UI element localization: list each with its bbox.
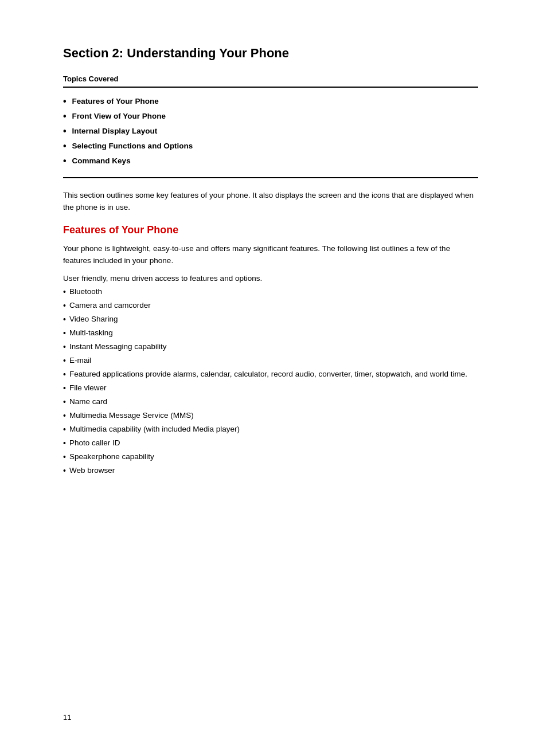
features-list: BluetoothCamera and camcorderVideo Shari… [63,286,478,477]
topics-list-item: Front View of Your Phone [63,112,478,121]
features-list-item: Bluetooth [63,286,478,298]
features-list-item: Featured applications provide alarms, ca… [63,369,478,381]
features-intro-2: User friendly, menu driven access to fea… [63,274,478,283]
section-title: Section 2: Understanding Your Phone [63,46,478,61]
features-list-item: Video Sharing [63,314,478,326]
features-list-item: Camera and camcorder [63,300,478,312]
topics-covered-label: Topics Covered [63,75,478,83]
features-list-item: E-mail [63,355,478,367]
bottom-divider [63,177,478,178]
features-list-item: Multi-tasking [63,327,478,339]
features-intro-1: Your phone is lightweight, easy-to-use a… [63,243,478,267]
features-list-item: Name card [63,396,478,408]
topics-list: Features of Your PhoneFront View of Your… [63,97,478,166]
features-heading: Features of Your Phone [63,224,478,236]
page-number: 11 [63,713,71,722]
features-list-item: Photo caller ID [63,437,478,449]
features-list-item: Multimedia Message Service (MMS) [63,410,478,422]
top-divider [63,87,478,88]
topics-list-item: Selecting Functions and Options [63,142,478,151]
topics-list-item: Command Keys [63,156,478,166]
intro-text: This section outlines some key features … [63,190,478,214]
features-list-item: Speakerphone capability [63,451,478,463]
topics-list-item: Internal Display Layout [63,127,478,136]
features-list-item: Web browser [63,465,478,477]
features-list-item: Instant Messaging capability [63,341,478,353]
features-list-item: Multimedia capability (with included Med… [63,424,478,436]
features-list-item: File viewer [63,382,478,394]
topics-list-item: Features of Your Phone [63,97,478,106]
